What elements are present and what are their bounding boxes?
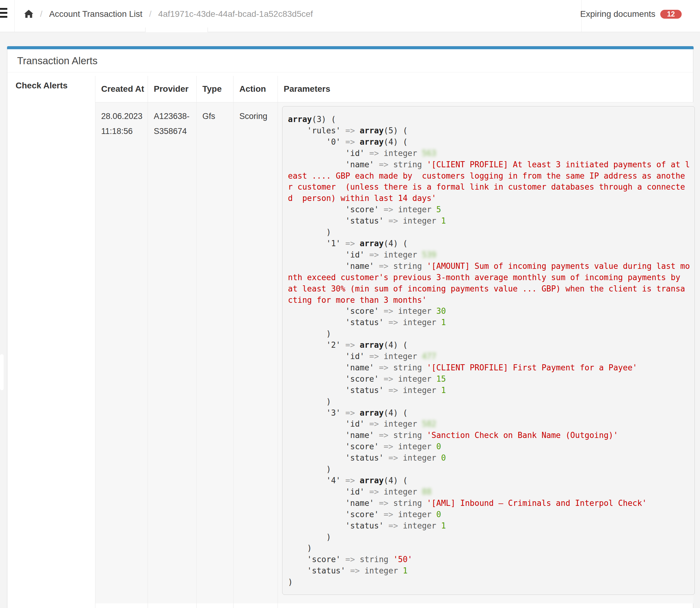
table-border: [233, 76, 234, 608]
expiring-documents-link[interactable]: Expiring documents 12: [580, 0, 682, 28]
check-alerts-label: Check Alerts: [16, 81, 67, 91]
panel-title: Transaction Alerts: [17, 55, 98, 67]
breadcrumb-separator: /: [149, 9, 152, 19]
tabstrip-border: [0, 32, 145, 32]
column-header-created-at: Created At: [101, 76, 147, 102]
expiring-documents-label: Expiring documents: [580, 9, 655, 19]
hamburger-bar: [0, 16, 7, 18]
cell-created-at: 28.06.2023 11:18:56: [101, 109, 142, 139]
tabstrip-border: [208, 32, 700, 32]
breadcrumb: / Account Transaction List / 4af1971c-43…: [24, 0, 313, 28]
home-icon[interactable]: [24, 10, 33, 18]
hamburger-bar: [0, 8, 7, 10]
created-at-date: 28.06.2023: [101, 109, 142, 124]
top-navbar: / Account Transaction List / 4af1971c-43…: [0, 0, 700, 32]
column-header-action: Action: [239, 76, 277, 102]
hamburger-bar: [0, 12, 7, 14]
active-tab-left-edge: [145, 27, 145, 32]
breadcrumb-current-uuid: 4af1971c-43de-44af-bcad-1a52c83d5cef: [158, 9, 313, 19]
active-tab-right-edge: [208, 27, 208, 32]
table-border: [95, 76, 95, 608]
cell-type: Gfs: [202, 109, 215, 124]
provider-line1: A123638-: [154, 109, 190, 124]
table-border: [95, 102, 693, 102]
table-border: [196, 76, 197, 608]
provider-line2: S358674: [154, 124, 190, 139]
created-at-time: 11:18:56: [101, 124, 142, 139]
breadcrumb-link-account-transaction-list[interactable]: Account Transaction List: [49, 9, 142, 19]
table-border: [148, 76, 148, 608]
transaction-alerts-panel: Transaction Alerts Check Alerts Created …: [7, 46, 693, 608]
column-header-provider: Provider: [154, 76, 196, 102]
panel-accent-bar: [7, 46, 694, 49]
cell-action: Scoring: [239, 109, 268, 124]
table-border: [277, 76, 278, 608]
expiring-documents-count-badge: 12: [660, 10, 682, 19]
navbar-divider: [14, 0, 15, 32]
column-header-type: Type: [202, 76, 233, 102]
breadcrumb-separator: /: [40, 9, 42, 19]
parameters-code: array(3) ( 'rules' => array(5) ( '0' => …: [282, 106, 695, 595]
panel-header: Transaction Alerts: [7, 50, 693, 73]
sidebar-toggle-hamburger-icon[interactable]: [0, 8, 7, 20]
scrollbar-thumb[interactable]: [0, 354, 4, 390]
column-header-parameters: Parameters: [284, 76, 406, 102]
cell-provider: A123638- S358674: [154, 109, 190, 139]
